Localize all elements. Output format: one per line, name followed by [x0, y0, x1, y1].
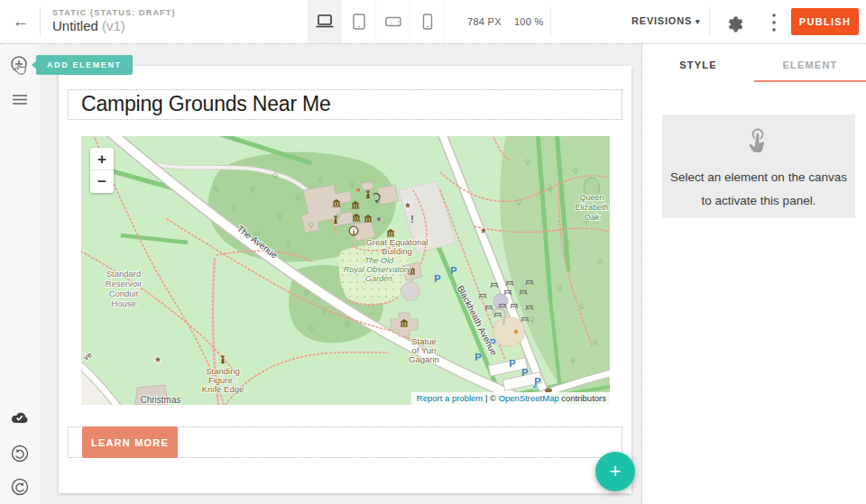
- page-heading-text: Camping Grounds Near Me: [69, 90, 622, 118]
- settings-button[interactable]: [723, 11, 746, 34]
- redo-icon: [9, 476, 31, 498]
- kebab-menu-icon: [771, 13, 777, 32]
- add-element-button[interactable]: [9, 55, 31, 77]
- label-gagarin-statue: Statue of Yuri Gagarin: [409, 336, 439, 364]
- device-tablet-landscape-button[interactable]: [376, 0, 410, 43]
- redo-button[interactable]: [9, 476, 31, 498]
- svg-text:Knife Edge: Knife Edge: [202, 384, 244, 394]
- viewpoint-icon: *: [155, 354, 161, 369]
- left-toolbar-rail: [0, 44, 40, 504]
- openstreetmap-canvas: i * * * !: [81, 136, 610, 405]
- device-preview-switcher: [308, 0, 445, 43]
- svg-text:P: P: [434, 273, 440, 284]
- map-zoom-out-button[interactable]: −: [90, 170, 114, 193]
- svg-text:Oak: Oak: [585, 213, 600, 222]
- laptop-icon: [315, 14, 335, 30]
- inspector-tabs: STYLE ELEMENT: [642, 44, 866, 82]
- memorial-icon: !: [410, 215, 413, 225]
- chevron-down-icon: ▾: [696, 17, 700, 26]
- hamburger-icon: [9, 88, 31, 110]
- report-problem-link[interactable]: Report a problem: [417, 393, 483, 403]
- map-zoom-in-button[interactable]: +: [90, 148, 114, 170]
- viewpoint-icon: *: [481, 225, 486, 240]
- toolbar-divider: [709, 7, 710, 36]
- toolbar-divider: [550, 7, 551, 36]
- svg-text:Reservoir: Reservoir: [106, 279, 143, 289]
- tablet-landscape-icon: [384, 15, 402, 28]
- svg-text:Gagarin: Gagarin: [409, 354, 439, 364]
- button-row-element[interactable]: LEARN MORE: [68, 426, 622, 458]
- viewport-width-value: 784 PX: [467, 16, 502, 27]
- inspector-panel: STYLE ELEMENT Select an element on the c…: [642, 43, 866, 504]
- save-status-indicator: [9, 408, 31, 430]
- viewport-info: 784 PX100 %: [467, 16, 557, 27]
- document-status: STATIC (STATUS: DRAFT): [52, 8, 176, 17]
- device-tablet-button[interactable]: [342, 0, 376, 43]
- back-button[interactable]: ←: [7, 9, 34, 34]
- back-arrow-icon: ←: [13, 12, 30, 31]
- device-desktop-button[interactable]: [308, 0, 342, 43]
- tab-element[interactable]: ELEMENT: [754, 44, 866, 82]
- svg-text:Royal Observatory: Royal Observatory: [344, 265, 411, 274]
- publish-button[interactable]: PUBLISH: [791, 8, 859, 35]
- canvas-page: Camping Grounds Near Me: [59, 66, 631, 493]
- svg-text:Building: Building: [382, 246, 412, 256]
- svg-text:P: P: [450, 265, 456, 276]
- map-attribution: Report a problem | © OpenStreetMap contr…: [411, 392, 610, 405]
- map-zoom-control: + −: [90, 148, 114, 193]
- layers-menu-button[interactable]: [9, 88, 31, 110]
- toolbar-divider: [40, 7, 41, 36]
- cloud-check-icon: [9, 408, 31, 426]
- svg-text:Conduit: Conduit: [109, 289, 139, 298]
- map-element[interactable]: i * * * !: [81, 136, 610, 405]
- gear-icon: [723, 11, 746, 34]
- svg-text:Standard: Standard: [106, 269, 142, 279]
- learn-more-button[interactable]: LEARN MORE: [82, 426, 178, 458]
- phone-icon: [421, 13, 434, 31]
- svg-text:Queen: Queen: [579, 193, 603, 202]
- document-title: Untitled (v1): [52, 18, 125, 33]
- tab-style[interactable]: STYLE: [642, 44, 754, 82]
- svg-text:P: P: [534, 376, 540, 387]
- label-christmas: Christmas: [140, 395, 180, 405]
- viewpoint-icon: *: [405, 200, 410, 215]
- add-section-fab[interactable]: +: [595, 452, 635, 491]
- svg-text:Elizabeth: Elizabeth: [575, 203, 608, 212]
- empty-state-line-1: Select an element on the canvas: [662, 166, 855, 189]
- undo-icon: [9, 443, 31, 464]
- zoom-level-value: 100 %: [514, 16, 544, 27]
- workspace: ADD ELEMENT Camping Grounds Near Me: [0, 43, 642, 504]
- top-toolbar: ← STATIC (STATUS: DRAFT) Untitled (v1): [0, 0, 866, 43]
- device-phone-button[interactable]: [410, 0, 445, 43]
- empty-state-line-2: to activate this panel.: [662, 189, 855, 213]
- editor-app: ← STATIC (STATUS: DRAFT) Untitled (v1): [0, 0, 866, 504]
- svg-text:Garden: Garden: [365, 274, 392, 283]
- osm-link[interactable]: OpenStreetMap: [499, 393, 559, 403]
- svg-text:House: House: [111, 298, 135, 308]
- svg-text:P: P: [521, 367, 528, 378]
- svg-text:P: P: [509, 358, 515, 369]
- revisions-dropdown[interactable]: REVISIONS ▾: [631, 15, 700, 26]
- svg-text:P: P: [474, 352, 481, 362]
- undo-button[interactable]: [9, 443, 31, 464]
- svg-text:The Old: The Old: [364, 256, 394, 265]
- panel-empty-state: Select an element on the canvas to activ…: [662, 115, 855, 218]
- add-element-tooltip: ADD ELEMENT: [36, 55, 133, 75]
- tap-hand-icon: [744, 126, 773, 157]
- cursor-hand-icon: [15, 63, 26, 74]
- document-version: (v1): [102, 18, 125, 33]
- more-options-button[interactable]: [765, 11, 783, 34]
- heading-element[interactable]: Camping Grounds Near Me: [68, 89, 622, 120]
- tablet-portrait-icon: [351, 13, 367, 31]
